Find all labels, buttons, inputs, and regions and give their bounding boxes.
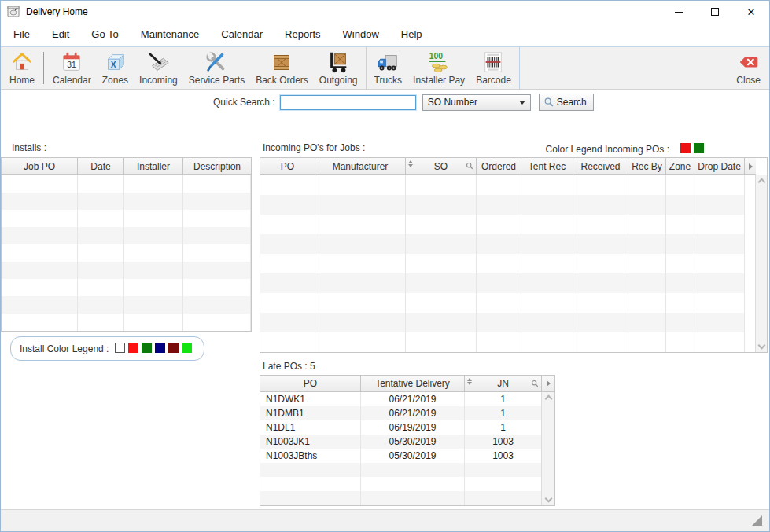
column-header-drop-date[interactable]: Drop Date — [694, 158, 745, 175]
service-parts-button[interactable]: Service Parts — [183, 47, 250, 89]
column-header-so[interactable]: SO — [406, 158, 477, 175]
column-chooser-button[interactable] — [745, 158, 756, 175]
table-cell — [315, 175, 406, 195]
table-row[interactable] — [260, 195, 757, 215]
column-header-tent-rec[interactable]: Tent Rec — [521, 158, 573, 175]
late-pos-vertical-scrollbar[interactable] — [541, 392, 554, 505]
column-header-date[interactable]: Date — [78, 158, 124, 175]
scroll-up-icon[interactable] — [544, 395, 552, 403]
table-row[interactable] — [260, 215, 757, 234]
menu-item-go-to[interactable]: Go To — [80, 23, 129, 46]
menu-item-help[interactable]: Help — [390, 23, 433, 46]
table-cell — [477, 234, 521, 254]
table-row[interactable] — [2, 262, 251, 279]
menu-item-edit[interactable]: Edit — [41, 23, 80, 46]
column-header-manufacturer[interactable]: Manufacturer — [315, 158, 406, 175]
table-row[interactable] — [2, 227, 251, 244]
filter-search-icon[interactable] — [531, 380, 539, 387]
column-header-description[interactable]: Description — [183, 158, 251, 175]
menu-item-calendar[interactable]: Calendar — [210, 23, 274, 46]
menu-item-file[interactable]: File — [2, 23, 41, 46]
table-row[interactable] — [260, 313, 757, 332]
sort-icon[interactable] — [467, 378, 472, 385]
table-row[interactable] — [2, 244, 251, 262]
column-header-zone[interactable]: Zone — [666, 158, 694, 175]
sort-icon[interactable] — [408, 160, 413, 167]
table-row[interactable]: N1DL106/19/20191 — [260, 420, 542, 435]
table-row[interactable]: N1003JK105/30/20191003 — [260, 435, 542, 449]
table-cell — [124, 279, 183, 296]
table-row[interactable] — [2, 279, 251, 296]
table-cell — [694, 195, 745, 215]
back-orders-button[interactable]: Back Orders — [250, 47, 314, 89]
menu-item-window[interactable]: Window — [332, 23, 390, 46]
table-row[interactable] — [260, 491, 542, 505]
column-header-job-po[interactable]: Job PO — [2, 158, 78, 175]
column-chooser-button[interactable] — [542, 376, 554, 392]
maximize-button[interactable] — [697, 1, 733, 23]
filter-search-icon[interactable] — [466, 162, 473, 170]
column-header-tentative-delivery[interactable]: Tentative Delivery — [361, 376, 465, 392]
table-row[interactable] — [2, 210, 251, 227]
table-row[interactable] — [260, 175, 757, 195]
table-row[interactable] — [2, 193, 251, 210]
table-row[interactable] — [260, 254, 757, 273]
arrow-right-icon — [749, 163, 753, 170]
late-date-cell: 05/30/2019 — [361, 435, 465, 449]
table-row[interactable] — [260, 332, 757, 352]
column-header-ordered[interactable]: Ordered — [477, 158, 521, 175]
scroll-up-icon[interactable] — [757, 178, 765, 186]
close-tag-icon — [737, 50, 761, 74]
table-cell — [573, 234, 628, 254]
home-button[interactable]: Home — [4, 47, 40, 89]
scroll-down-icon[interactable] — [757, 342, 765, 350]
barcode-button[interactable]: Barcode — [470, 47, 517, 89]
resize-grip[interactable] — [752, 515, 762, 526]
close-button[interactable]: Close — [731, 47, 766, 89]
table-row[interactable] — [260, 477, 542, 491]
service-parts-label: Service Parts — [189, 75, 245, 86]
table-row[interactable]: N1003JBths05/30/20191003 — [260, 449, 542, 463]
table-row[interactable] — [260, 234, 757, 254]
table-cell — [694, 332, 745, 352]
search-type-dropdown[interactable]: SO Number — [422, 94, 531, 111]
table-row[interactable] — [260, 293, 757, 313]
table-cell — [694, 215, 745, 234]
outgoing-button[interactable]: Outgoing — [314, 47, 363, 89]
toolbar-separator — [43, 52, 44, 84]
column-header-rec-by[interactable]: Rec By — [628, 158, 666, 175]
incoming-vertical-scrollbar[interactable] — [755, 175, 767, 352]
table-cell — [521, 313, 573, 332]
close-icon: ✕ — [747, 6, 756, 18]
table-row[interactable] — [2, 314, 251, 331]
incoming-button[interactable]: Incoming — [134, 47, 183, 89]
table-row[interactable] — [2, 175, 251, 193]
column-header-po[interactable]: PO — [260, 376, 361, 392]
table-row[interactable] — [260, 463, 542, 477]
minimize-button[interactable] — [661, 1, 697, 23]
zones-button[interactable]: X Zones — [97, 47, 134, 89]
table-row[interactable]: N1DMB106/21/20191 — [260, 406, 542, 420]
scroll-down-icon[interactable] — [544, 495, 552, 503]
table-row[interactable] — [260, 273, 757, 293]
close-window-button[interactable]: ✕ — [733, 1, 769, 23]
installer-pay-button[interactable]: 100 Installer Pay — [407, 47, 470, 89]
table-row[interactable]: N1DWK106/21/20191 — [260, 392, 542, 406]
column-header-po[interactable]: PO — [260, 158, 315, 175]
search-button[interactable]: Search — [539, 94, 594, 111]
column-header-jn[interactable]: JN — [465, 376, 542, 392]
table-cell — [260, 254, 315, 273]
menu-item-reports[interactable]: Reports — [274, 23, 332, 46]
trucks-button[interactable]: Trucks — [369, 47, 408, 89]
menu-item-maintenance[interactable]: Maintenance — [130, 23, 210, 46]
column-header-received[interactable]: Received — [573, 158, 628, 175]
calendar-button[interactable]: 31 Calendar — [47, 47, 97, 89]
table-cell — [2, 279, 78, 296]
table-row[interactable] — [2, 296, 251, 314]
table-cell — [183, 262, 251, 279]
table-cell — [260, 175, 315, 195]
quick-search-input[interactable] — [280, 95, 416, 110]
toolbar-separator — [366, 47, 367, 89]
table-cell — [406, 234, 477, 254]
column-header-installer[interactable]: Installer — [124, 158, 183, 175]
